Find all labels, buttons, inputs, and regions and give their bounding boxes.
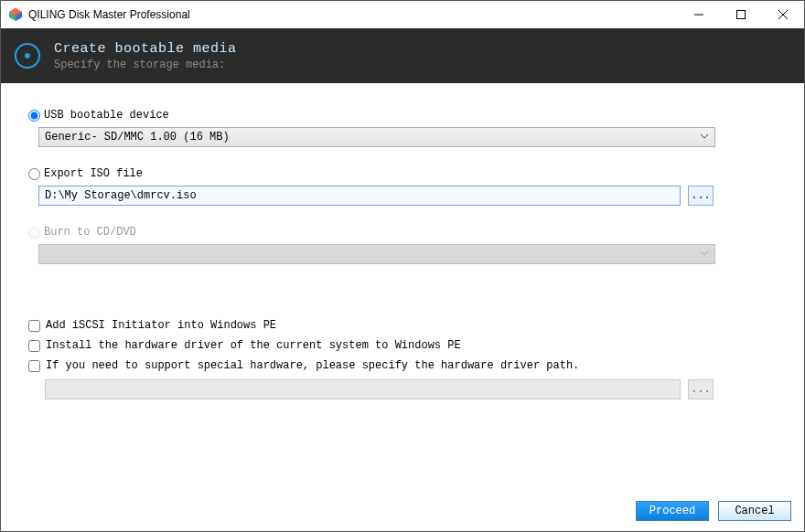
check-driver-label: Install the hardware driver of the curre… [46, 339, 461, 352]
check-iscsi-label: Add iSCSI Initiator into Windows PE [46, 319, 276, 332]
minimize-button[interactable] [678, 1, 720, 28]
option-iso[interactable]: Export ISO file [28, 167, 777, 180]
option-usb-label: USB bootable device [44, 109, 169, 122]
maximize-button[interactable] [720, 1, 762, 28]
option-cd-label: Burn to CD/DVD [44, 226, 136, 239]
driver-path-browse-button: ... [688, 379, 714, 399]
svg-rect-4 [737, 11, 746, 19]
checkbox-hardware-path[interactable] [28, 360, 40, 372]
svg-point-8 [25, 53, 30, 59]
check-iscsi[interactable]: Add iSCSI Initiator into Windows PE [28, 319, 777, 332]
page-banner: Create bootable media Specify the storag… [1, 28, 804, 83]
driver-path-input [45, 379, 681, 399]
disc-icon [14, 42, 41, 69]
footer: Proceed Cancel [1, 491, 804, 531]
titlebar: QILING Disk Master Professional [1, 1, 804, 28]
page-heading: Create bootable media [54, 41, 237, 57]
check-hardware-path-label: If you need to support special hardware,… [46, 359, 579, 372]
cd-device-select [38, 244, 715, 264]
check-hardware-path[interactable]: If you need to support special hardware,… [28, 359, 777, 372]
app-window: QILING Disk Master Professional Create b… [0, 0, 805, 532]
cancel-button[interactable]: Cancel [718, 501, 791, 521]
radio-usb[interactable] [28, 110, 40, 122]
checkbox-driver[interactable] [28, 340, 40, 352]
iso-path-input[interactable] [38, 186, 681, 206]
proceed-button[interactable]: Proceed [636, 501, 709, 521]
chevron-down-icon [700, 249, 709, 261]
chevron-down-icon [700, 132, 709, 144]
usb-device-select[interactable]: Generic- SD/MMC 1.00 (16 MB) [38, 127, 715, 147]
option-usb[interactable]: USB bootable device [28, 109, 777, 122]
window-title: QILING Disk Master Professional [28, 8, 190, 21]
usb-device-value: Generic- SD/MMC 1.00 (16 MB) [45, 131, 230, 144]
radio-iso[interactable] [28, 168, 40, 180]
app-logo-icon [8, 7, 23, 22]
close-button[interactable] [762, 1, 804, 28]
option-cd: Burn to CD/DVD [28, 226, 777, 239]
radio-cd [28, 227, 40, 239]
option-iso-label: Export ISO file [44, 167, 143, 180]
check-driver[interactable]: Install the hardware driver of the curre… [28, 339, 777, 352]
main-content: USB bootable device Generic- SD/MMC 1.00… [1, 83, 804, 491]
page-subheading: Specify the storage media: [54, 59, 237, 71]
iso-browse-button[interactable]: ... [688, 186, 714, 206]
checkbox-iscsi[interactable] [28, 320, 40, 332]
